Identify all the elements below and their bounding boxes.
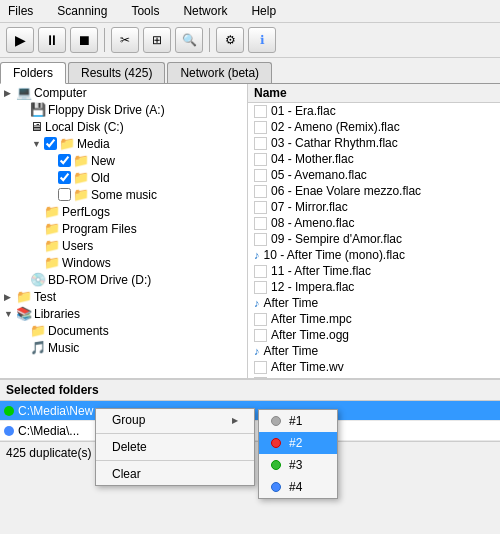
tree-item[interactable]: 📁Users [0,237,247,254]
tree-item-label: Media [77,137,110,151]
list-item[interactable]: 09 - Sempire d'Amor.flac [248,231,500,247]
list-item[interactable]: After Time.wv [248,359,500,375]
list-item[interactable]: 11 - After Time.flac [248,263,500,279]
menu-files[interactable]: Files [4,2,37,20]
list-item[interactable]: 07 - Mirror.flac [248,199,500,215]
tab-results[interactable]: Results (425) [68,62,165,83]
tree-folder-icon: 📁 [30,323,46,338]
tree-item[interactable]: 🖥Local Disk (C:) [0,118,247,135]
tree-folder-icon: 💿 [30,272,46,287]
file-icon [254,153,267,166]
tree-item[interactable]: 💿BD-ROM Drive (D:) [0,271,247,288]
list-item[interactable]: After Time.ogg [248,327,500,343]
submenu-item[interactable]: #4 [259,476,337,498]
tree-checkbox[interactable] [44,137,57,150]
tab-network[interactable]: Network (beta) [167,62,272,83]
settings-button[interactable]: ⚙ [216,27,244,53]
list-item[interactable]: 05 - Avemano.flac [248,167,500,183]
tree-item[interactable]: 📁PerfLogs [0,203,247,220]
cut-button[interactable]: ✂ [111,27,139,53]
list-item[interactable]: 01 - Era.flac [248,103,500,119]
stop-button[interactable]: ⏹ [70,27,98,53]
file-icon [254,233,267,246]
submenu-item-label: #3 [289,458,302,472]
tree-toggle: ▶ [4,292,16,302]
list-item[interactable]: 03 - Cathar Rhythm.flac [248,135,500,151]
context-menu-item[interactable]: Clear [96,463,254,485]
tree-item-label: Users [62,239,93,253]
tree-scroll[interactable]: ▶💻Computer💾Floppy Disk Drive (A:)🖥Local … [0,84,247,378]
tree-folder-icon: 📚 [16,306,32,321]
context-menu: Group▶DeleteClear#1#2#3#4 [95,408,255,486]
file-list: 01 - Era.flac02 - Ameno (Remix).flac03 -… [248,103,500,378]
audio-icon: ♪ [254,345,260,357]
tree-item[interactable]: 💾Floppy Disk Drive (A:) [0,101,247,118]
list-item[interactable]: ♪After Time [248,343,500,359]
submenu-item[interactable]: #1 [259,410,337,432]
submenu-arrow: ▶ [232,416,238,425]
file-name: 12 - Impera.flac [271,280,354,294]
context-menu-item[interactable]: Delete [96,436,254,458]
tree-item[interactable]: ▼📁Media [0,135,247,152]
file-icon [254,361,267,374]
tree-item[interactable]: ▶💻Computer [0,84,247,101]
pause-button[interactable]: ⏸ [38,27,66,53]
file-list-header: Name [248,84,500,103]
list-item[interactable]: 02 - Ameno (Remix).flac [248,119,500,135]
tree-checkbox[interactable] [58,188,71,201]
search-button[interactable]: 🔍 [175,27,203,53]
status-dot [4,406,14,416]
menu-tools[interactable]: Tools [127,2,163,20]
list-item[interactable]: ♪10 - After Time (mono).flac [248,247,500,263]
file-name: 02 - Ameno (Remix).flac [271,120,400,134]
selected-folders-header: Selected folders [0,379,500,400]
tree-checkbox[interactable] [58,171,71,184]
list-item[interactable]: 08 - Ameno.flac [248,215,500,231]
audio-icon: ♪ [254,297,260,309]
list-item[interactable]: 06 - Enae Volare mezzo.flac [248,183,500,199]
context-menu-label: Delete [112,440,147,454]
tree-item[interactable]: 📁Documents [0,322,247,339]
menu-scanning[interactable]: Scanning [53,2,111,20]
file-name: 07 - Mirror.flac [271,200,348,214]
tree-item[interactable]: 📁Some music [0,186,247,203]
tree-item[interactable]: 📁Old [0,169,247,186]
info-button[interactable]: ℹ [248,27,276,53]
context-menu-item[interactable]: Group▶ [96,409,254,431]
file-icon [254,377,267,379]
list-item[interactable]: After Time.mpc [248,311,500,327]
list-item[interactable]: After Time-1 [248,375,500,378]
menu-network[interactable]: Network [179,2,231,20]
tree-item[interactable]: 📁Windows [0,254,247,271]
submenu-item[interactable]: #3 [259,454,337,476]
tree-item-label: New [91,154,115,168]
file-name: After Time-1 [271,376,336,378]
tree-folder-icon: 📁 [73,170,89,185]
tree-item-label: Old [91,171,110,185]
file-name: After Time.wv [271,360,344,374]
tab-folders[interactable]: Folders [0,62,66,84]
list-item[interactable]: 12 - Impera.flac [248,279,500,295]
play-button[interactable]: ▶ [6,27,34,53]
file-icon [254,201,267,214]
copy-button[interactable]: ⊞ [143,27,171,53]
menu-help[interactable]: Help [247,2,280,20]
context-menu-label: Group [112,413,145,427]
group-color-dot [271,438,281,448]
tree-item-label: BD-ROM Drive (D:) [48,273,151,287]
submenu-item-label: #4 [289,480,302,494]
list-item[interactable]: ♪After Time [248,295,500,311]
tree-checkbox[interactable] [58,154,71,167]
list-item[interactable]: 04 - Mother.flac [248,151,500,167]
file-icon [254,329,267,342]
submenu-item[interactable]: #2 [259,432,337,454]
tree-item[interactable]: ▶📁Test [0,288,247,305]
tree-item-label: PerfLogs [62,205,110,219]
file-name: 01 - Era.flac [271,104,336,118]
tree-item[interactable]: 🎵Music [0,339,247,356]
tree-item-label: Computer [34,86,87,100]
tree-item[interactable]: ▼📚Libraries [0,305,247,322]
file-icon [254,169,267,182]
tree-item[interactable]: 📁Program Files [0,220,247,237]
tree-item[interactable]: 📁New [0,152,247,169]
